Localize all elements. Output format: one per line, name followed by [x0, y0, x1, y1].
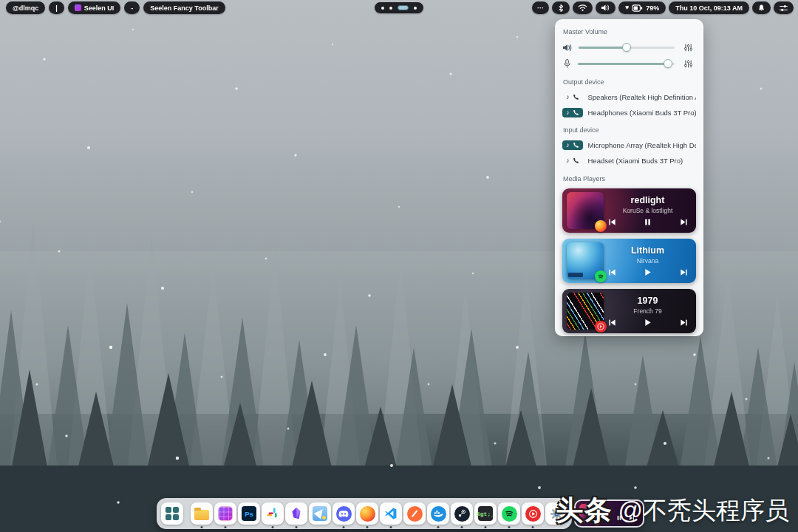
player-controls: [605, 218, 691, 226]
next-icon: [680, 268, 688, 276]
dock: Ps: [157, 498, 572, 529]
youtube-music-glyph: [528, 508, 539, 519]
master-volume-title: Master Volume: [563, 28, 695, 35]
battery-pill[interactable]: ♥ 79%: [618, 1, 666, 14]
postman-icon: [407, 506, 423, 522]
spotify-waves: [504, 508, 514, 519]
running-indicator: [366, 526, 369, 528]
output-device-speakers[interactable]: ♪ Speakers (Realtek High Definition A...: [562, 89, 696, 104]
previous-track-button[interactable]: [605, 218, 619, 226]
dock-item-obsidian[interactable]: [285, 502, 307, 525]
dock-item-spotify[interactable]: [498, 502, 520, 525]
dock-item-seelen-grid[interactable]: [214, 502, 236, 525]
wifi-button[interactable]: [573, 1, 593, 14]
separator-pill[interactable]: |: [49, 1, 64, 14]
tray-more-button[interactable]: ···: [532, 1, 549, 14]
play-button[interactable]: [641, 318, 655, 327]
dock-item-file-explorer[interactable]: [191, 502, 213, 525]
media-players-title: Media Players: [563, 175, 695, 183]
running-indicator: [508, 526, 511, 528]
dash-pill[interactable]: -: [124, 1, 140, 14]
spotify-waves: [597, 273, 604, 280]
dock-item-youtube-music[interactable]: [522, 502, 544, 525]
dock-item-start-launcher[interactable]: [161, 502, 183, 525]
watermark: 头条 @不秃头程序员: [556, 492, 790, 529]
workspace-dot-1[interactable]: [381, 7, 384, 10]
volume-button[interactable]: [596, 1, 615, 14]
running-indicator: [201, 526, 203, 528]
running-indicator: [390, 526, 392, 528]
user-handle-pill[interactable]: @dlmqc: [6, 1, 45, 14]
microphone-icon: [562, 58, 572, 69]
dock-item-firefox[interactable]: [356, 502, 378, 525]
player-controls: [605, 268, 691, 276]
seelen-ui-pill[interactable]: Seelen UI: [68, 1, 121, 14]
toolbar-tray-group: ··· ♥ 79% Thu 10 Oct, 09:13 AM: [532, 1, 794, 14]
device-name: Microphone Array (Realtek High Def...: [588, 141, 697, 149]
folder-icon: [194, 510, 209, 520]
device-name: Speakers (Realtek High Definition A...: [588, 93, 697, 101]
slider-thumb[interactable]: [622, 43, 631, 52]
vscode-icon: [384, 507, 398, 520]
album-art: [567, 192, 604, 229]
notifications-button[interactable]: [752, 1, 771, 14]
output-mixer-button[interactable]: [681, 43, 696, 52]
battery-percent: 79%: [646, 4, 659, 12]
youtube-music-icon: [595, 321, 607, 332]
terminal-icon: &gt;_: [478, 506, 493, 521]
next-icon: [680, 218, 688, 226]
input-mixer-button[interactable]: [681, 59, 696, 69]
phone-icon: [573, 109, 579, 116]
volume-media-panel: Master Volume Output device ♪: [555, 19, 703, 336]
play-icon: [644, 268, 652, 276]
slider-thumb[interactable]: [664, 59, 672, 68]
device-type-icons-selected: ♪: [562, 108, 583, 117]
play-button[interactable]: [641, 268, 655, 276]
workspace-dot-4[interactable]: [414, 7, 417, 10]
media-card-redlight: redlight KoruSe & lostlight: [562, 188, 696, 233]
output-device-headphones[interactable]: ♪ Headphones (Xiaomi Buds 3T Pro): [562, 105, 696, 120]
dock-item-kite-notes[interactable]: [309, 502, 331, 525]
speaker-icon: [562, 43, 573, 52]
slider-fill: [579, 47, 627, 49]
phone-icon: [573, 94, 579, 100]
pause-button[interactable]: [641, 218, 655, 226]
seelen-grid-icon: [218, 506, 233, 521]
dock-item-postman[interactable]: [403, 502, 426, 525]
previous-track-button[interactable]: [605, 318, 619, 327]
next-track-button[interactable]: [677, 318, 691, 327]
workspace-switcher[interactable]: [375, 2, 423, 13]
user-handle-label: @dlmqc: [13, 4, 38, 12]
track-artist: French 79: [633, 307, 661, 315]
previous-track-button[interactable]: [605, 268, 619, 276]
input-device-headset[interactable]: ♪ Headset (Xiaomi Buds 3T Pro): [562, 153, 696, 168]
media-card-1979: 1979 French 79: [562, 289, 696, 333]
workspace-dot-3-active[interactable]: [398, 5, 409, 10]
window-title-pill[interactable]: Seelen Fancy Toolbar: [143, 1, 225, 14]
watermark-badge: 头条: [556, 492, 613, 529]
dock-item-discord[interactable]: [332, 502, 355, 525]
mixer-icon: [683, 43, 693, 52]
running-indicator: [225, 526, 227, 528]
next-track-button[interactable]: [677, 268, 691, 276]
track-info: 1979 French 79: [604, 296, 692, 327]
output-volume-slider[interactable]: [579, 47, 675, 49]
input-device-microphone-array[interactable]: ♪ Microphone Array (Realtek High Def...: [562, 137, 696, 152]
dock-item-terminal[interactable]: &gt;_: [474, 502, 497, 525]
next-track-button[interactable]: [677, 218, 691, 226]
pause-icon: [644, 218, 652, 226]
bluetooth-button[interactable]: [552, 1, 570, 14]
dock-item-slack[interactable]: [262, 502, 284, 525]
dock-item-photoshop[interactable]: Ps: [238, 502, 260, 525]
bluetooth-icon: [557, 4, 565, 13]
input-volume-slider[interactable]: [578, 63, 675, 65]
clock-pill[interactable]: Thu 10 Oct, 09:13 AM: [669, 1, 749, 14]
clock-label: Thu 10 Oct, 09:13 AM: [675, 4, 743, 12]
workspace-dot-2[interactable]: [389, 7, 392, 10]
firefox-icon: [360, 506, 375, 522]
running-indicator: [437, 526, 440, 528]
dock-item-vscode[interactable]: [380, 502, 402, 525]
dock-item-steam[interactable]: [451, 502, 473, 525]
dock-item-docker[interactable]: [427, 502, 449, 525]
quick-settings-button[interactable]: [774, 1, 794, 14]
